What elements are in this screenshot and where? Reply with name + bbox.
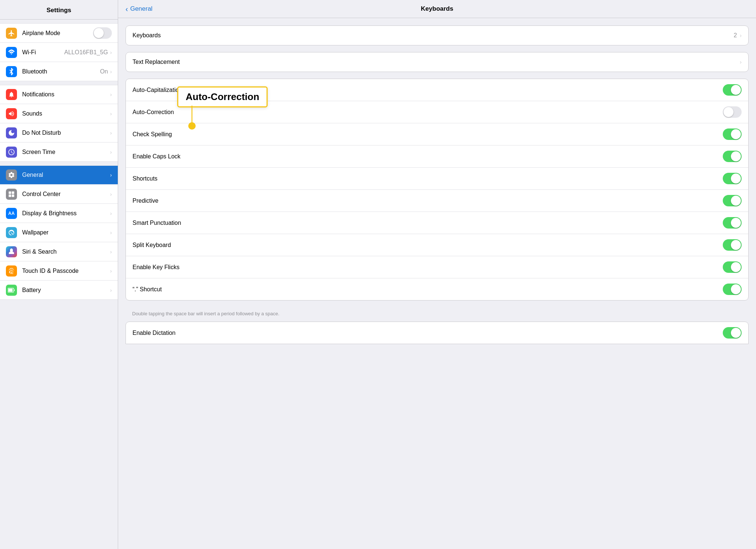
check-spelling-label: Check Spelling: [133, 131, 723, 138]
battery-icon: [6, 285, 17, 296]
split-keyboard-row[interactable]: Split Keyboard: [126, 234, 748, 256]
screen-time-label: Screen Time: [22, 149, 110, 155]
enable-caps-lock-toggle-knob: [731, 151, 741, 161]
do-not-disturb-label: Do Not Disturb: [22, 130, 110, 136]
main-title: Keyboards: [421, 5, 453, 13]
sidebar-item-wallpaper[interactable]: Wallpaper ›: [0, 223, 118, 242]
text-replacement-row[interactable]: Text Replacement ›: [126, 52, 748, 72]
sidebar-item-touch-id-passcode[interactable]: Touch ID & Passcode ›: [0, 261, 118, 281]
svg-rect-6: [8, 288, 13, 291]
enable-key-flicks-row[interactable]: Enable Key Flicks: [126, 256, 748, 278]
touch-id-icon: [6, 265, 17, 277]
enable-dictation-toggle-knob: [731, 328, 741, 338]
smart-punctuation-row[interactable]: Smart Punctuation: [126, 212, 748, 234]
sidebar-item-do-not-disturb[interactable]: Do Not Disturb ›: [0, 123, 118, 143]
touch-id-chevron: ›: [110, 268, 112, 274]
general-chevron: ›: [110, 172, 112, 178]
control-center-icon: [6, 189, 17, 200]
bluetooth-chevron: ›: [110, 69, 112, 75]
screen-time-icon: [6, 147, 17, 158]
svg-rect-3: [12, 194, 14, 197]
smart-punctuation-toggle[interactable]: [723, 217, 742, 229]
text-replacement-group: Text Replacement ›: [126, 52, 749, 72]
text-replacement-label: Text Replacement: [133, 59, 740, 65]
wallpaper-icon: [6, 227, 17, 238]
sidebar-item-airplane-mode[interactable]: Airplane Mode: [0, 23, 118, 43]
keyboards-value: 2: [733, 32, 737, 39]
enable-key-flicks-toggle[interactable]: [723, 261, 742, 273]
predictive-label: Predictive: [133, 198, 723, 204]
battery-label: Battery: [22, 287, 110, 294]
split-keyboard-toggle[interactable]: [723, 239, 742, 251]
dictation-group: Enable Dictation: [126, 322, 749, 344]
shortcuts-toggle[interactable]: [723, 173, 742, 184]
notifications-label: Notifications: [22, 91, 110, 98]
auto-capitalization-row[interactable]: Auto-Capitalization: [126, 79, 748, 101]
sidebar-item-notifications[interactable]: Notifications ›: [0, 85, 118, 104]
enable-caps-lock-toggle[interactable]: [723, 151, 742, 162]
general-label: General: [22, 172, 110, 178]
sidebar-item-siri-search[interactable]: Siri & Search ›: [0, 242, 118, 261]
check-spelling-row[interactable]: Check Spelling: [126, 123, 748, 145]
period-shortcut-note-block: Double tapping the space bar will insert…: [126, 307, 749, 322]
screen-time-chevron: ›: [110, 149, 112, 155]
sidebar-item-bluetooth[interactable]: Bluetooth On ›: [0, 62, 118, 81]
sounds-label: Sounds: [22, 110, 110, 117]
wifi-icon: [6, 47, 17, 58]
sounds-icon: [6, 108, 17, 119]
auto-capitalization-label: Auto-Capitalization: [133, 87, 723, 93]
auto-correction-toggle[interactable]: [723, 106, 742, 118]
enable-key-flicks-toggle-knob: [731, 262, 741, 272]
airplane-toggle[interactable]: [93, 27, 112, 39]
wifi-label: Wi-Fi: [22, 49, 64, 56]
siri-search-label: Siri & Search: [22, 248, 110, 255]
predictive-row[interactable]: Predictive: [126, 190, 748, 212]
wallpaper-label: Wallpaper: [22, 229, 110, 236]
enable-dictation-label: Enable Dictation: [133, 330, 723, 336]
period-shortcut-row[interactable]: “.” Shortcut: [126, 278, 748, 300]
sidebar-item-battery[interactable]: Battery ›: [0, 281, 118, 300]
touch-id-label: Touch ID & Passcode: [22, 268, 110, 274]
sidebar-item-wifi[interactable]: Wi-Fi ALLO16FB1_5G ›: [0, 43, 118, 62]
sidebar-title: Settings: [0, 0, 118, 20]
back-button[interactable]: ‹ General: [126, 5, 152, 13]
wallpaper-chevron: ›: [110, 230, 112, 236]
sidebar-item-control-center[interactable]: Control Center ›: [0, 185, 118, 204]
smart-punctuation-toggle-knob: [731, 218, 741, 228]
back-chevron-icon: ‹: [126, 5, 128, 13]
bluetooth-icon: [6, 66, 17, 77]
check-spelling-toggle[interactable]: [723, 128, 742, 140]
airplane-toggle-knob: [94, 28, 104, 38]
siri-search-chevron: ›: [110, 249, 112, 255]
enable-dictation-row[interactable]: Enable Dictation: [126, 322, 748, 344]
keyboards-row[interactable]: Keyboards 2 ›: [126, 26, 748, 45]
svg-rect-2: [9, 194, 11, 197]
enable-dictation-toggle[interactable]: [723, 327, 742, 339]
sidebar-item-general[interactable]: General ›: [0, 165, 118, 185]
notifications-chevron: ›: [110, 92, 112, 97]
notifications-icon: [6, 89, 17, 100]
svg-rect-0: [9, 191, 11, 194]
sidebar-item-display-brightness[interactable]: AA Display & Brightness ›: [0, 204, 118, 223]
check-spelling-toggle-knob: [731, 129, 741, 139]
auto-correction-row[interactable]: Auto-Correction: [126, 101, 748, 123]
main-header: ‹ General Keyboards: [118, 0, 756, 18]
period-shortcut-toggle[interactable]: [723, 284, 742, 295]
keyboard-options-group: Auto-Capitalization Auto-Correction Chec…: [126, 79, 749, 301]
shortcuts-row[interactable]: Shortcuts: [126, 168, 748, 190]
back-label: General: [130, 5, 152, 13]
sidebar-item-sounds[interactable]: Sounds ›: [0, 104, 118, 123]
sidebar-item-screen-time[interactable]: Screen Time ›: [0, 143, 118, 162]
sounds-chevron: ›: [110, 111, 112, 117]
svg-rect-1: [12, 191, 14, 194]
predictive-toggle[interactable]: [723, 195, 742, 206]
auto-capitalization-toggle[interactable]: [723, 84, 742, 96]
do-not-disturb-chevron: ›: [110, 130, 112, 136]
smart-punctuation-label: Smart Punctuation: [133, 220, 723, 226]
enable-key-flicks-label: Enable Key Flicks: [133, 264, 723, 271]
keyboards-label: Keyboards: [133, 32, 733, 39]
control-center-chevron: ›: [110, 191, 112, 197]
enable-caps-lock-row[interactable]: Enable Caps Lock: [126, 145, 748, 168]
period-shortcut-note: Double tapping the space bar will insert…: [126, 309, 749, 318]
airplane-mode-label: Airplane Mode: [22, 30, 93, 37]
